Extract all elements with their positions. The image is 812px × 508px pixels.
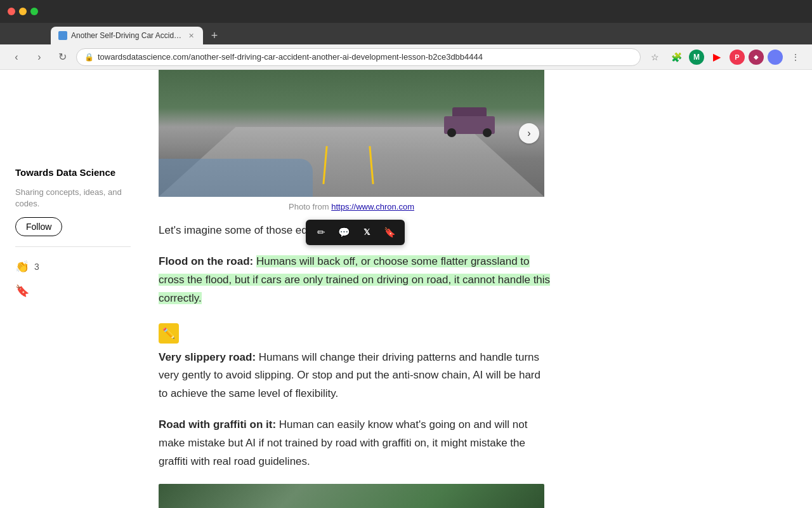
clap-action: 👏 3 (15, 260, 131, 274)
forward-button[interactable]: › (30, 48, 48, 66)
traffic-light-red[interactable] (8, 8, 15, 15)
sidebar-divider (15, 246, 131, 247)
follow-button[interactable]: Follow (15, 217, 62, 236)
image-caption: Photo from https://www.chron.com (159, 197, 544, 222)
sidebar-actions: 👏 3 🔖 (15, 257, 131, 298)
flood-label: Flood on the road: (159, 255, 253, 267)
menu-dots-icon[interactable]: ⋮ (787, 48, 804, 66)
youtube-extension-icon[interactable]: ▶ (708, 48, 726, 66)
ft-bookmark-button[interactable]: 🔖 (381, 224, 398, 241)
section-flood: ✏ 💬 𝕏 🔖 Flood on the road: Humans will b… (159, 253, 552, 308)
profile-avatar[interactable] (768, 50, 783, 65)
browser-toolbar: ‹ › ↻ 🔒 towardsdatascience.com/another-s… (0, 44, 812, 70)
hero-image: › (159, 70, 544, 197)
clap-icon[interactable]: 👏 (15, 260, 29, 274)
pencil-badge[interactable]: ✏️ (159, 323, 179, 344)
car-wheel-left (447, 128, 456, 137)
security-lock-icon: 🔒 (84, 53, 94, 62)
browser-tab[interactable]: Another Self-Driving Car Accide... ✕ (51, 27, 203, 44)
tab-close-button[interactable]: ✕ (187, 31, 195, 40)
traffic-light-green[interactable] (30, 8, 38, 15)
extension-puzzle-icon[interactable]: 🧩 (667, 48, 685, 66)
ft-twitter-button[interactable]: 𝕏 (358, 224, 376, 241)
ft-pencil-button[interactable]: ✏ (312, 224, 330, 241)
ft-comment-button[interactable]: 💬 (335, 224, 353, 241)
page-content: Towards Data Science Sharing concepts, i… (0, 70, 812, 508)
tab-title: Another Self-Driving Car Accide... (71, 31, 183, 40)
clap-count: 3 (34, 262, 39, 272)
traffic-lights (8, 8, 38, 15)
graffiti-label: Road with graffiti on it: (159, 418, 276, 431)
next-image-button[interactable]: › (519, 123, 539, 144)
bookmark-star-icon[interactable]: ☆ (646, 48, 664, 66)
publication-description: Sharing concepts, ideas, and codes. (15, 187, 131, 210)
hero-image-container: › (159, 70, 544, 197)
bottom-image (159, 484, 544, 508)
sidebar-bookmark-icon[interactable]: 🔖 (15, 284, 131, 298)
slippery-label: Very slippery road: (159, 351, 256, 363)
toolbar-icons: ☆ 🧩 M ▶ P ◆ ⋮ (646, 48, 804, 66)
back-button[interactable]: ‹ (8, 48, 25, 66)
tab-favicon (58, 31, 67, 40)
section-slippery: Very slippery road: Humans will change t… (159, 349, 552, 404)
url-text: towardsdatascience.com/another-self-driv… (98, 52, 632, 62)
car (441, 105, 498, 134)
medium-extension-icon[interactable]: M (689, 50, 704, 65)
publication-name: Towards Data Science (15, 166, 131, 179)
floating-toolbar: ✏ 💬 𝕏 🔖 (306, 220, 405, 245)
section-graffiti: Road with graffiti on it: Human can easi… (159, 416, 552, 471)
browser-chrome (0, 0, 812, 23)
article-content-area: Let's imagine some of those edge cases. … (159, 222, 552, 508)
water-flood (159, 159, 313, 197)
address-bar[interactable]: 🔒 towardsdatascience.com/another-self-dr… (76, 48, 641, 66)
new-tab-button[interactable]: + (206, 27, 223, 44)
caption-link[interactable]: https://www.chron.com (331, 202, 414, 211)
brand-icon[interactable]: ◆ (749, 50, 764, 65)
traffic-light-yellow[interactable] (19, 8, 27, 15)
tab-bar: Another Self-Driving Car Accide... ✕ + (0, 23, 812, 44)
pocket-extension-icon[interactable]: P (730, 50, 745, 65)
caption-prefix: Photo from (289, 202, 331, 211)
sidebar: Towards Data Science Sharing concepts, i… (0, 70, 146, 508)
car-wheel-right (483, 128, 492, 137)
article-main: › Photo from https://www.chron.com Let's… (146, 70, 577, 508)
refresh-button[interactable]: ↻ (53, 48, 71, 66)
